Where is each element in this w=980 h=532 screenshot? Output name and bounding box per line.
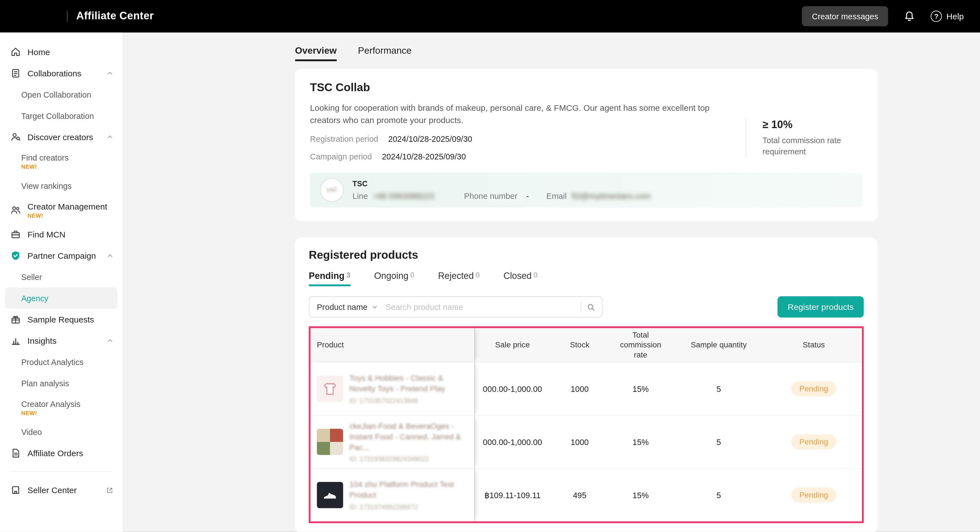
sale-price-cell: 000.00-1,000.00	[475, 384, 550, 394]
tab-ongoing[interactable]: Ongoing 0	[374, 271, 415, 287]
sidebar-item-agency[interactable]: Agency	[5, 288, 118, 309]
line-label: Line	[352, 191, 368, 201]
search-icon[interactable]	[586, 303, 596, 312]
chevron-up-icon[interactable]	[106, 337, 114, 345]
logo-area	[0, 0, 67, 32]
product-cell: 104 zhu Platform Product Test Product ID…	[311, 469, 475, 521]
campaign-period-value: 2024/10/28-2025/09/30	[382, 152, 466, 161]
gift-icon	[10, 314, 21, 325]
sidebar-item-open-collaboration[interactable]: Open Collaboration	[0, 84, 123, 105]
search-input[interactable]	[384, 302, 581, 312]
tab-performance[interactable]: Performance	[358, 45, 412, 61]
sidebar-item-product-analytics[interactable]: Product Analytics	[0, 351, 123, 373]
sidebar-item-label: Partner Campaign	[27, 251, 96, 260]
tab-pending[interactable]: Pending 3	[309, 271, 350, 287]
header-status: Status	[766, 340, 862, 350]
register-products-button[interactable]: Register products	[778, 296, 864, 318]
sidebar-item-label: Affiliate Orders	[27, 448, 83, 458]
tab-count: 0	[410, 271, 414, 279]
sidebar-item-affiliate-orders[interactable]: Affiliate Orders	[0, 443, 123, 464]
find-mcn-icon	[10, 229, 21, 240]
commission-requirement: ≥ 10% Total commission rate requirement	[746, 119, 864, 158]
help-button[interactable]: ? Help	[931, 11, 964, 22]
sidebar-item-seller[interactable]: Seller	[0, 266, 123, 288]
status-badge: Pending	[791, 381, 836, 397]
topbar-actions: Creator messages ? Help	[802, 6, 980, 26]
sidebar-item-insights[interactable]: Insights	[0, 330, 123, 351]
partner-campaign-shield-icon	[10, 250, 21, 261]
sample-quantity-cell: 5	[672, 384, 765, 394]
commission-cell: 15%	[609, 384, 672, 394]
table-row: ckeJian-Food & BeveraOges - Instant Food…	[311, 415, 862, 468]
status-cell: Pending	[766, 487, 862, 503]
creator-messages-button[interactable]: Creator messages	[802, 6, 888, 26]
tab-label: Rejected	[438, 271, 474, 281]
tab-count: 0	[476, 271, 480, 279]
sidebar-item-creator-management[interactable]: Creator Management NEW!	[0, 196, 123, 224]
sidebar-item-label: Insights	[27, 336, 57, 346]
products-table-highlight-box: Product Sale price Stock Total commissio…	[309, 327, 864, 523]
sidebar-item-label: Discover creators	[27, 132, 93, 142]
campaign-card: TSC Collab Looking for cooperation with …	[295, 69, 878, 221]
page-tabs: Overview Performance	[295, 32, 878, 61]
sidebar-item-sample-requests[interactable]: Sample Requests	[0, 309, 123, 330]
home-icon	[10, 46, 21, 57]
sidebar-item-target-collaboration[interactable]: Target Collaboration	[0, 105, 123, 126]
bar-chart-icon	[10, 335, 21, 346]
new-badge: NEW!	[21, 163, 123, 169]
header-sample-quantity: Sample quantity	[672, 340, 765, 350]
search-field-dropdown[interactable]: Product name	[309, 303, 384, 312]
sidebar-item-label: Plan analysis	[21, 378, 123, 388]
tab-rejected[interactable]: Rejected 0	[438, 271, 480, 287]
sidebar-item-plan-analysis[interactable]: Plan analysis	[0, 373, 123, 394]
product-thumbnail	[317, 429, 343, 455]
chevron-up-icon[interactable]	[106, 133, 114, 141]
commission-cell: 15%	[609, 490, 672, 500]
notifications-bell-icon[interactable]	[904, 10, 916, 23]
stock-cell: 1000	[550, 384, 609, 394]
sidebar-item-collaborations[interactable]: Collaborations	[0, 62, 123, 84]
email-value: ft2@mytimestars.com	[572, 191, 650, 201]
tab-count: 3	[346, 271, 350, 279]
commission-cell: 15%	[609, 437, 672, 447]
agency-avatar-text: TSC	[326, 186, 338, 194]
sidebar-item-label: Creator Management	[27, 202, 107, 211]
sidebar-item-discover-creators[interactable]: Discover creators	[0, 126, 123, 147]
table-row: Toys & Hobbies - Classic & Novelty Toys …	[311, 362, 862, 415]
sidebar-item-find-mcn[interactable]: Find MCN	[0, 224, 123, 245]
external-link-icon	[106, 486, 114, 494]
sidebar-item-view-rankings[interactable]: View rankings	[0, 175, 123, 196]
registered-products-card: Registered products Pending 3 Ongoing 0 …	[295, 237, 878, 532]
sidebar-item-seller-center[interactable]: Seller Center	[0, 479, 123, 501]
sidebar-item-home[interactable]: Home	[0, 41, 123, 62]
header-stock: Stock	[550, 340, 609, 350]
main-area: Overview Performance TSC Collab Looking …	[123, 32, 980, 532]
phone-label: Phone number	[464, 191, 517, 201]
sidebar-item-find-creators[interactable]: Find creators NEW!	[0, 147, 123, 175]
sidebar-item-label: Collaborations	[27, 68, 81, 78]
question-icon: ?	[931, 11, 942, 22]
sample-quantity-cell: 5	[672, 437, 765, 447]
sale-price-cell: ฿109.11-109.11	[475, 490, 550, 500]
sidebar-item-video[interactable]: Video	[0, 421, 123, 443]
chevron-up-icon[interactable]	[106, 252, 114, 260]
chevron-up-icon[interactable]	[106, 69, 114, 77]
agency-name: TSC	[352, 180, 650, 188]
sidebar-item-label: Open Collaboration	[21, 90, 123, 99]
new-badge: NEW!	[27, 212, 107, 218]
sidebar: Home Collaborations Open Collaboration T…	[0, 32, 123, 532]
agency-avatar: TSC	[320, 178, 344, 202]
table-header-row: Product Sale price Stock Total commissio…	[311, 328, 862, 362]
tab-overview[interactable]: Overview	[295, 45, 337, 61]
app-title: Affiliate Center	[76, 10, 154, 23]
app-window: Affiliate Center Creator messages ? Help	[0, 0, 980, 532]
sidebar-item-label: Home	[27, 47, 50, 57]
sale-price-cell: 000.00-1,000.00	[475, 437, 550, 447]
sidebar-item-creator-analysis[interactable]: Creator Analysis NEW!	[0, 394, 123, 421]
tab-closed[interactable]: Closed 0	[503, 271, 538, 287]
line-value: +66 0963088223	[373, 191, 434, 201]
sidebar-item-partner-campaign[interactable]: Partner Campaign	[0, 245, 123, 266]
stock-cell: 495	[550, 490, 609, 500]
status-cell: Pending	[766, 434, 862, 449]
sidebar-divider	[10, 471, 113, 472]
